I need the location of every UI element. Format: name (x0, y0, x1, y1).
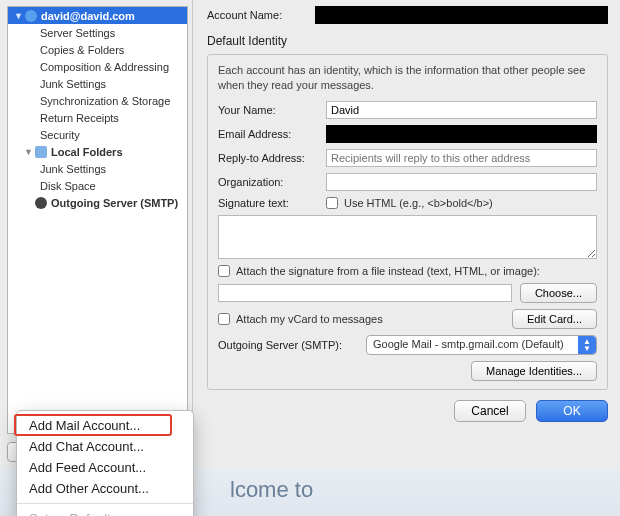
identity-box: Each account has an identity, which is t… (207, 54, 608, 390)
account-tree[interactable]: ▼ david@david.com Server Settings Copies… (7, 6, 188, 434)
content-pane: Account Name: Default Identity Each acco… (193, 0, 618, 468)
tree-item-copies-folders[interactable]: Copies & Folders (8, 41, 187, 58)
chevron-down-icon: ▼ (14, 11, 23, 21)
account-settings-dialog: ▼ david@david.com Server Settings Copies… (3, 0, 618, 468)
cancel-button[interactable]: Cancel (454, 400, 526, 422)
mail-account-icon (25, 10, 37, 22)
menu-add-mail-account[interactable]: Add Mail Account... (17, 415, 193, 436)
reply-to-label: Reply-to Address: (218, 152, 318, 164)
signature-label: Signature text: (218, 197, 318, 209)
use-html-checkbox[interactable] (326, 197, 338, 209)
signature-textarea[interactable] (218, 215, 597, 259)
tree-item-lf-disk[interactable]: Disk Space (8, 177, 187, 194)
account-email: david@david.com (41, 10, 135, 22)
chevron-down-icon: ▼ (24, 147, 33, 157)
folder-icon (35, 146, 47, 158)
menu-set-default: Set as Default (17, 508, 193, 516)
dialog-buttons: Cancel OK (207, 400, 608, 422)
sidebar: ▼ david@david.com Server Settings Copies… (3, 0, 193, 468)
ok-button[interactable]: OK (536, 400, 608, 422)
account-name-label: Account Name: (207, 9, 307, 21)
account-name-field[interactable] (315, 6, 608, 24)
tree-item-composition[interactable]: Composition & Addressing (8, 58, 187, 75)
email-label: Email Address: (218, 128, 318, 140)
default-identity-title: Default Identity (207, 34, 608, 48)
attach-signature-label: Attach the signature from a file instead… (236, 265, 540, 277)
tree-account-root[interactable]: ▼ david@david.com (8, 7, 187, 24)
updown-arrows-icon: ▲▼ (583, 338, 591, 352)
tree-item-security[interactable]: Security (8, 126, 187, 143)
reply-to-field[interactable] (326, 149, 597, 167)
tree-item-junk[interactable]: Junk Settings (8, 75, 187, 92)
tree-item-return-receipts[interactable]: Return Receipts (8, 109, 187, 126)
attach-vcard-checkbox[interactable] (218, 313, 230, 325)
identity-description: Each account has an identity, which is t… (218, 63, 597, 93)
tree-item-server-settings[interactable]: Server Settings (8, 24, 187, 41)
outgoing-label: Outgoing Server (SMTP) (51, 197, 178, 209)
your-name-label: Your Name: (218, 104, 318, 116)
smtp-value: Google Mail - smtp.gmail.com (Default) (373, 338, 564, 350)
tree-item-lf-junk[interactable]: Junk Settings (8, 160, 187, 177)
account-name-row: Account Name: (207, 6, 608, 24)
account-actions-menu: Add Mail Account... Add Chat Account... … (16, 410, 194, 516)
organization-field[interactable] (326, 173, 597, 191)
smtp-select[interactable]: Google Mail - smtp.gmail.com (Default) ▲… (366, 335, 597, 355)
manage-identities-button[interactable]: Manage Identities... (471, 361, 597, 381)
use-html-row: Use HTML (e.g., <b>bold</b>) (326, 197, 493, 209)
attach-signature-checkbox[interactable] (218, 265, 230, 277)
local-folders-label: Local Folders (51, 146, 123, 158)
menu-separator (17, 503, 193, 504)
your-name-field[interactable] (326, 101, 597, 119)
edit-card-button[interactable]: Edit Card... (512, 309, 597, 329)
outgoing-icon (35, 197, 47, 209)
use-html-label: Use HTML (e.g., <b>bold</b>) (344, 197, 493, 209)
menu-add-feed-account[interactable]: Add Feed Account... (17, 457, 193, 478)
organization-label: Organization: (218, 176, 318, 188)
signature-file-field[interactable] (218, 284, 512, 302)
choose-button[interactable]: Choose... (520, 283, 597, 303)
smtp-label: Outgoing Server (SMTP): (218, 339, 358, 351)
menu-add-chat-account[interactable]: Add Chat Account... (17, 436, 193, 457)
welcome-text: lcome to (230, 477, 313, 503)
tree-item-sync-storage[interactable]: Synchronization & Storage (8, 92, 187, 109)
email-field[interactable] (326, 125, 597, 143)
tree-local-folders-root[interactable]: ▼ Local Folders (8, 143, 187, 160)
menu-add-other-account[interactable]: Add Other Account... (17, 478, 193, 499)
attach-vcard-label: Attach my vCard to messages (236, 313, 383, 325)
tree-outgoing-server[interactable]: ▼ Outgoing Server (SMTP) (8, 194, 187, 211)
